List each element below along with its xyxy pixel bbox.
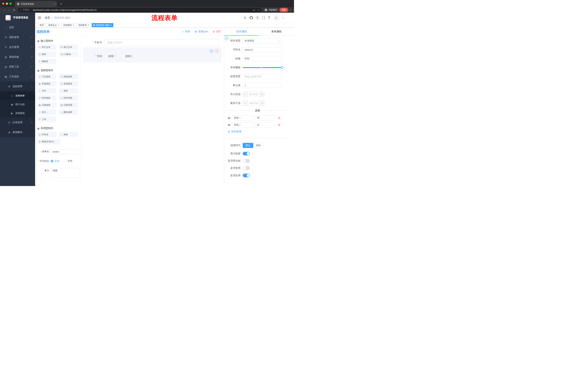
component-item-switch[interactable]: ◐开关	[37, 88, 56, 94]
back-button[interactable]: ←	[2, 9, 7, 11]
url-text[interactable]: dashboard.yudao.iocoder.cn/bpm/manager/f…	[33, 9, 251, 11]
component-item-checkbox-group[interactable]: ☑多选框组	[59, 81, 78, 86]
sidebar-item-leave-query[interactable]: ♟ 请假查询	[0, 128, 35, 137]
user-avatar[interactable]	[273, 15, 279, 21]
sidebar-item-task-management[interactable]: ⊟ 任务管理	[0, 117, 35, 128]
link-icon[interactable]	[225, 37, 228, 40]
search-icon[interactable]	[243, 16, 247, 19]
tab-close-icon[interactable]: ×	[54, 2, 55, 5]
sidebar-item-infrastructure[interactable]: ▤ 基础设施	[0, 52, 35, 62]
option-1-name-input[interactable]	[232, 115, 254, 120]
tag-process-model[interactable]: 流程模型 ×	[62, 23, 76, 27]
component-item-upload[interactable]: ↥上传	[37, 117, 56, 122]
component-item-password[interactable]: ⊡密码	[37, 52, 56, 57]
app-logo[interactable]: 芋道管理系统	[0, 13, 35, 22]
avatar-caret-icon[interactable]	[282, 17, 284, 18]
tag-process-definition[interactable]: 流程定义 ×	[46, 23, 61, 27]
component-item-slider[interactable]: ⊸滑块	[59, 88, 78, 94]
window-zoom-button[interactable]	[10, 2, 12, 5]
tag-home[interactable]: 首页	[38, 23, 45, 27]
window-close-button[interactable]	[2, 2, 4, 5]
phone-field-item[interactable]: 手机号	[83, 39, 221, 46]
form-remark-textarea[interactable]: 嘿嘿	[51, 168, 80, 178]
component-item-single-text[interactable]: ▭单行文本	[37, 44, 56, 50]
option-1-value-input[interactable]	[255, 115, 275, 120]
add-option-button[interactable]: ⊕ 添加选项	[228, 130, 282, 133]
form-grid-slider[interactable]	[243, 65, 282, 70]
fullscreen-icon[interactable]	[262, 16, 265, 19]
sidebar-item-process-management[interactable]: ≣ 流程管理	[0, 82, 35, 91]
browser-menu-icon[interactable]: ⋮	[288, 9, 292, 11]
new-tab-button[interactable]: +	[60, 2, 62, 6]
form-name-input[interactable]	[51, 149, 80, 154]
delete-component-button[interactable]	[215, 49, 219, 53]
max-select-value[interactable]: 最多可选	[248, 101, 260, 106]
clear-button[interactable]: 清空	[212, 30, 221, 33]
tag-close-icon[interactable]: ×	[110, 24, 112, 26]
component-item-editor[interactable]: ✎编辑器	[37, 59, 56, 64]
remove-option-button[interactable]: ⊖	[278, 123, 281, 127]
border-toggle[interactable]	[243, 159, 250, 163]
sidebar-item-system[interactable]: ⚙ 系统管理	[0, 32, 35, 42]
browser-update-button[interactable]: 更新	[279, 8, 288, 12]
field-name-input[interactable]	[243, 47, 282, 52]
tab-form-props[interactable]: 表单属性	[259, 28, 294, 35]
title-input[interactable]	[243, 56, 282, 61]
decrease-button[interactable]: −	[243, 101, 248, 106]
increase-button[interactable]: +	[260, 101, 264, 106]
style-default-button[interactable]: 默认	[243, 143, 253, 148]
option-2-value-input[interactable]	[255, 122, 275, 128]
tag-close-icon[interactable]: ×	[88, 24, 89, 26]
phone-field-input[interactable]	[104, 39, 219, 46]
component-item-row-container[interactable]: ◫行容器	[37, 132, 56, 137]
window-minimize-button[interactable]	[6, 2, 8, 5]
sidebar-toggle-icon[interactable]	[38, 17, 41, 19]
component-item-textarea[interactable]: ≣多行文本	[59, 44, 78, 50]
address-bar[interactable]: ⚠ 不安全 dashboard.yudao.iocoder.cn/bpm/man…	[18, 8, 262, 12]
gender-option-2-checkbox[interactable]: 选项二	[121, 55, 133, 58]
bookmark-star-icon[interactable]: ☆	[257, 9, 260, 11]
tag-close-icon[interactable]: ×	[58, 24, 59, 26]
sidebar-item-user-group[interactable]: ◉ 用户分组	[0, 100, 35, 109]
style-button-button[interactable]: 按钮	[253, 143, 264, 148]
component-item-time-range[interactable]: ◶时间范围	[59, 95, 78, 101]
component-item-rate[interactable]: ☆评分	[37, 109, 56, 115]
component-item-select[interactable]: ⊙下拉选择	[37, 74, 56, 79]
component-item-time-picker[interactable]: ◷时间选择	[37, 95, 56, 101]
forward-button[interactable]: →	[7, 9, 12, 11]
sidebar-item-home[interactable]: ◔ 首页	[0, 22, 35, 32]
sidebar-item-process-model[interactable]: ▶ 流程模型	[0, 109, 35, 117]
status-off-radio[interactable]: 关闭	[64, 159, 72, 163]
decrease-button[interactable]: −	[243, 92, 248, 97]
label-width-input[interactable]	[243, 74, 282, 79]
option-2-name-input[interactable]	[232, 122, 254, 128]
sidebar-item-process-form[interactable]: ▯ 流程表单	[0, 91, 35, 100]
view-json-button[interactable]: 查看json	[194, 30, 208, 33]
reload-button[interactable]: ↻	[12, 9, 17, 11]
sidebar-item-workflow[interactable]: ▦ 工作流程	[0, 72, 35, 82]
disabled-toggle[interactable]	[243, 166, 250, 170]
sidebar-item-devtools[interactable]: ▥ 研发工具	[0, 62, 35, 72]
sidebar-item-payment[interactable]: ¥ 支付管理	[0, 42, 35, 52]
component-item-date-picker[interactable]: ▦日期选择	[37, 102, 56, 108]
font-size-icon[interactable]: T	[268, 16, 270, 19]
component-item-button[interactable]: ▷按钮	[59, 132, 78, 137]
component-item-date-range[interactable]: ▧日期范围	[59, 102, 78, 108]
show-label-toggle[interactable]	[243, 152, 250, 155]
component-type-select[interactable]: 多选框组	[243, 38, 282, 43]
breadcrumb-home[interactable]: 首页	[45, 16, 50, 20]
component-item-cascader[interactable]: ⋔级联选择	[59, 74, 78, 79]
required-toggle[interactable]	[243, 174, 250, 177]
tag-process-form[interactable]: 流程表单 ×	[77, 23, 91, 27]
remove-option-button[interactable]: ⊖	[278, 116, 281, 120]
component-item-table[interactable]: ⊞表格[开发中]	[37, 139, 60, 144]
component-item-radio-group[interactable]: ◉单选框组	[37, 81, 56, 86]
browser-tab[interactable]: 芋道管理系统 ×	[15, 1, 57, 7]
save-button[interactable]: ✓ 保存	[182, 30, 190, 33]
security-label[interactable]: 不安全	[23, 8, 29, 11]
status-on-radio[interactable]: 开启	[51, 159, 59, 163]
tag-process-form-edit[interactable]: 流程表单-编辑 ×	[92, 23, 113, 27]
component-item-color-picker[interactable]: ◑颜色选择	[59, 109, 78, 115]
tab-component-props[interactable]: 组件属性	[224, 28, 259, 35]
drag-handle-icon[interactable]	[228, 124, 231, 126]
